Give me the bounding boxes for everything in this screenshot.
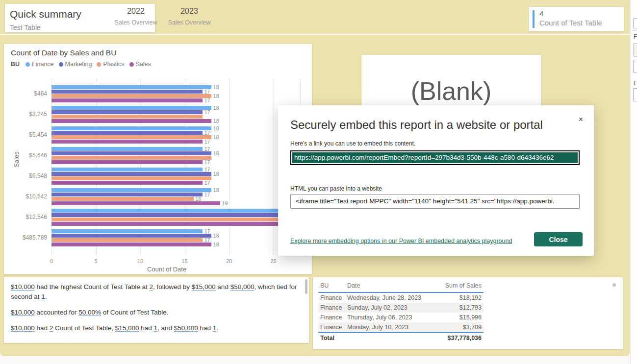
narrative-text-segment: . bbox=[216, 324, 218, 332]
bar-data-label: 18 bbox=[213, 125, 219, 131]
filter-pane-clipped: F F bbox=[631, 0, 637, 364]
tab-2022-sales-overview[interactable]: 2022 Sales Overview bbox=[113, 7, 158, 26]
powerbi-report-screen: Quick summary Test Table 2022 Sales Over… bbox=[0, 0, 637, 364]
narrative-text: $10,000 had the highest Count of Test Ta… bbox=[11, 282, 300, 339]
table-scroll-dot bbox=[612, 283, 616, 287]
table-cell: $18,192 bbox=[433, 292, 484, 303]
bar-plastics[interactable] bbox=[51, 197, 194, 201]
bar-sales[interactable] bbox=[51, 222, 282, 226]
bar-plastics[interactable] bbox=[51, 238, 203, 242]
narrative-text-segment: had bbox=[139, 324, 154, 332]
bar-plastics[interactable] bbox=[51, 156, 211, 160]
embed-link-input[interactable]: https://app.powerbi.com/reportEmbed?repo… bbox=[290, 150, 580, 165]
bar-finance[interactable] bbox=[51, 209, 282, 213]
table-cell: $12,793 bbox=[433, 303, 484, 313]
bar-plastics[interactable] bbox=[51, 135, 211, 139]
bar-chart-card: Count of Date by Sales and BU BU Finance… bbox=[4, 44, 312, 274]
table-cell: Wednesday, June 28, 2023 bbox=[345, 292, 433, 303]
column-header[interactable]: Date bbox=[345, 280, 433, 292]
bar-finance[interactable] bbox=[51, 126, 211, 130]
bar-data-label: 18 bbox=[213, 187, 219, 193]
explore-embedding-link[interactable]: Explore more embedding options in our Po… bbox=[290, 238, 512, 244]
tab-2023-sales-overview[interactable]: 2023 Sales Overview bbox=[167, 7, 212, 26]
narrative-value: $15,000 bbox=[115, 324, 139, 332]
narrative-scrollbar[interactable] bbox=[305, 279, 307, 294]
filter-pane-field[interactable] bbox=[633, 43, 637, 57]
bar-finance[interactable] bbox=[51, 85, 211, 89]
tab-label: Sales Overview bbox=[113, 19, 158, 26]
sales-table-card: BUDateSum of SalesFinanceWednesday, June… bbox=[313, 277, 623, 349]
bar-plastics[interactable] bbox=[51, 218, 282, 221]
bar-data-label: 18 bbox=[213, 93, 219, 99]
bar-marketing[interactable] bbox=[51, 213, 282, 217]
bar-finance[interactable] bbox=[51, 106, 211, 110]
narrative-text-segment: and bbox=[216, 283, 230, 291]
x-tick-label: 20 bbox=[222, 258, 236, 264]
filter-pane-divider bbox=[631, 30, 637, 31]
gridline bbox=[229, 79, 229, 255]
bar-marketing[interactable] bbox=[51, 234, 211, 238]
bar-sales[interactable] bbox=[51, 140, 203, 144]
bar-marketing[interactable] bbox=[51, 172, 211, 176]
total-value: $37,778,036 bbox=[433, 333, 484, 343]
table-row[interactable]: FinanceThursday, July 06, 2023$15,996 bbox=[318, 313, 484, 322]
bar-data-label: 18 bbox=[213, 233, 219, 239]
category-label: $12,546 bbox=[8, 214, 47, 220]
column-header[interactable]: Sum of Sales bbox=[433, 280, 484, 292]
embed-html-input[interactable]: <iframe title="Test report MPPC" width="… bbox=[290, 194, 580, 209]
bar-data-label: 18 bbox=[213, 171, 219, 177]
filter-pane-field[interactable] bbox=[633, 60, 637, 73]
table-row[interactable]: FinanceWednesday, June 28, 2023$18,192 bbox=[318, 292, 484, 303]
filter-pane-field[interactable] bbox=[633, 88, 637, 101]
close-icon[interactable]: × bbox=[579, 115, 583, 124]
bar-marketing[interactable] bbox=[51, 193, 203, 196]
table-cell: Thursday, July 06, 2023 bbox=[345, 313, 433, 322]
table-row[interactable]: FinanceMonday, July 10, 2023$3,709 bbox=[318, 322, 484, 333]
narrative-text-segment: . bbox=[45, 293, 47, 300]
bar-plastics[interactable] bbox=[51, 176, 211, 180]
column-header[interactable]: BU bbox=[318, 280, 345, 292]
narrative-value: 50.00% bbox=[78, 309, 101, 316]
bar-data-label: 17 bbox=[204, 97, 210, 103]
bar-finance[interactable] bbox=[51, 147, 203, 151]
bar-data-label: 18 bbox=[213, 105, 219, 111]
filter-pane-box[interactable] bbox=[633, 18, 637, 28]
embed-link-label: Here's a link you can use to embed this … bbox=[290, 140, 415, 147]
bar-marketing[interactable] bbox=[51, 90, 203, 94]
bar-marketing[interactable] bbox=[51, 151, 211, 155]
tab-year: 2023 bbox=[167, 7, 212, 16]
page-subtitle: Test Table bbox=[10, 24, 41, 31]
bar-finance[interactable] bbox=[51, 188, 211, 192]
close-button[interactable]: Close bbox=[534, 232, 583, 246]
bar-plastics[interactable] bbox=[51, 115, 203, 119]
tab-label: Sales Overview bbox=[167, 19, 212, 26]
bar-sales[interactable] bbox=[51, 119, 211, 123]
x-tick-label: 25 bbox=[266, 258, 281, 264]
bar-finance[interactable] bbox=[51, 229, 203, 233]
dialog-title: Securely embed this report in a website … bbox=[290, 118, 543, 132]
category-label: $5,454 bbox=[8, 131, 47, 138]
table-row[interactable]: FinanceSunday, July 02, 2023$12,793 bbox=[318, 303, 484, 313]
x-tick-label: 5 bbox=[89, 258, 103, 264]
bar-finance[interactable] bbox=[51, 168, 203, 171]
bar-chart-plot: 0510152025$46418171817$3,245181718$5,454… bbox=[4, 44, 312, 274]
smart-narrative-card: $10,000 had the highest Count of Test Ta… bbox=[4, 277, 309, 343]
bar-sales[interactable] bbox=[51, 160, 203, 164]
bar-data-label: 19 bbox=[222, 200, 228, 206]
kpi-card-count-of-test-table[interactable]: 4 Count of Test Table bbox=[529, 7, 624, 31]
table-cell: $3,709 bbox=[433, 322, 484, 333]
table-cell: Finance bbox=[318, 292, 345, 303]
bar-sales[interactable] bbox=[51, 243, 211, 246]
bar-sales[interactable] bbox=[51, 201, 220, 205]
bar-plastics[interactable] bbox=[51, 94, 211, 98]
table-cell: Monday, July 10, 2023 bbox=[345, 322, 433, 333]
bar-sales[interactable] bbox=[51, 98, 203, 102]
category-label: $10,542 bbox=[8, 193, 47, 200]
bar-data-label: 17 bbox=[204, 192, 210, 197]
kpi-accent-bar bbox=[533, 10, 535, 28]
bar-sales[interactable] bbox=[51, 181, 203, 185]
embed-report-dialog: Securely embed this report in a website … bbox=[278, 105, 594, 256]
narrative-text-segment: of Count of Test Table. bbox=[101, 309, 169, 316]
bar-marketing[interactable] bbox=[51, 110, 203, 114]
bar-marketing[interactable] bbox=[51, 131, 203, 135]
